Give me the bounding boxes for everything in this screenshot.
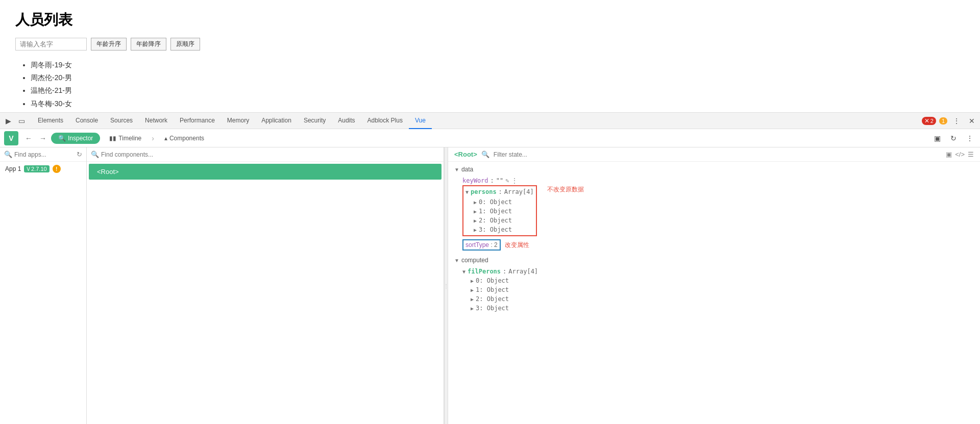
more-state-icon[interactable]: ☰ — [968, 151, 974, 158]
vue-more-icon[interactable]: ⋮ — [964, 132, 976, 144]
persons-item-0: ▶ 0: Object — [465, 197, 534, 207]
vue-tab-timeline[interactable]: ▮▮ Timeline — [102, 133, 149, 144]
right-panel-header: <Root> 🔍 ▣ </> ☰ — [448, 147, 980, 162]
find-components-search: 🔍 — [87, 147, 444, 162]
mutate-attr-annotation: 改变属性 — [505, 241, 529, 250]
sort-original-button[interactable]: 原顺序 — [170, 38, 200, 51]
vue-tab-inspector[interactable]: 🔍 Inspector — [51, 133, 100, 144]
list-item: 周冬雨-19-女 — [31, 59, 965, 71]
vue-version-badge: V 2.7.10 — [24, 165, 49, 172]
resize-handle[interactable]: ⋮ — [444, 147, 448, 424]
no-mutate-annotation: 不改变原数据 — [547, 185, 584, 194]
root-tag: <Root> — [454, 151, 477, 158]
state-panel: ▼ data keyWord : "" ✎ ⋮ ▼ perso — [448, 162, 980, 424]
search-icon: 🔍 — [4, 151, 12, 158]
filperons-item-0: ▶ 0: Object — [462, 276, 974, 285]
page-title: 人员列表 — [15, 10, 965, 30]
devtools-panel: ▶ ▭ Elements Console Sources Network Per… — [0, 112, 980, 424]
warn-badge: 1 — [939, 117, 947, 124]
root-component-item[interactable]: <Root> — [89, 164, 442, 180]
back-button[interactable]: ← — [22, 132, 35, 144]
persons-header-row: ▼ persons : Array[4] — [465, 187, 534, 196]
tab-console[interactable]: Console — [69, 113, 104, 129]
persons-item-3: ▶ 3: Object — [465, 225, 534, 234]
inspect-element-icon[interactable]: ▶ — [2, 115, 14, 127]
vue-tab-components[interactable]: ▴ Components — [157, 133, 211, 144]
filter-state-input[interactable] — [494, 151, 570, 158]
filter-icon: 🔍 — [481, 151, 489, 158]
vue-icon-small: V — [27, 166, 30, 172]
app-warning-dot: ! — [53, 165, 61, 173]
tab-adblock[interactable]: Adblock Plus — [361, 113, 409, 129]
persons-item-1: ▶ 1: Object — [465, 207, 534, 216]
keyword-row: keyWord : "" ✎ ⋮ — [454, 176, 974, 185]
left-panel: 🔍 ↻ App 1 V 2.7.10 ! — [0, 147, 87, 424]
tab-sources[interactable]: Sources — [104, 113, 139, 129]
app-item[interactable]: App 1 V 2.7.10 ! — [0, 162, 86, 176]
sorttype-annotated-block: sortType : 2 — [462, 239, 501, 251]
find-apps-search: 🔍 ↻ — [0, 147, 86, 162]
close-devtools-icon[interactable]: ✕ — [966, 115, 978, 127]
computed-section: ▼ computed ▼ filPerons : Array[4] ▶ 0: O… — [454, 257, 974, 313]
filperons-item-3: ▶ 3: Object — [462, 304, 974, 313]
middle-panel: 🔍 <Root> — [87, 147, 444, 424]
search-icon: 🔍 — [91, 151, 99, 158]
screenshot-icon[interactable]: ▣ — [931, 132, 943, 144]
list-item: 温艳伦-21-男 — [31, 84, 965, 97]
devtools-body: 🔍 ↻ App 1 V 2.7.10 ! 🔍 <Root> — [0, 147, 980, 424]
data-arrow: ▼ — [454, 167, 459, 172]
inspector-icon: 🔍 — [58, 135, 66, 142]
components-icon: ▴ — [164, 135, 167, 142]
timeline-icon: ▮▮ — [109, 135, 116, 142]
screenshot-state-icon[interactable]: ▣ — [946, 151, 952, 158]
vue-logo: V — [4, 131, 18, 145]
device-toggle-icon[interactable]: ▭ — [15, 115, 28, 127]
persons-item-2: ▶ 2: Object — [465, 216, 534, 225]
sort-age-desc-button[interactable]: 年龄降序 — [131, 38, 166, 51]
more-options-icon[interactable]: ⋮ — [950, 115, 963, 127]
list-item: 周杰伦-20-男 — [31, 71, 965, 84]
tab-memory[interactable]: Memory — [221, 113, 255, 129]
right-panel: <Root> 🔍 ▣ </> ☰ ▼ data keyWord : — [448, 147, 980, 424]
tab-performance[interactable]: Performance — [174, 113, 221, 129]
app-name: App 1 — [5, 165, 21, 172]
edit-keyword-icon[interactable]: ✎ — [505, 177, 509, 184]
vue-devtools-bar: V ← → 🔍 Inspector ▮▮ Timeline › ▴ Compon… — [0, 129, 980, 147]
list-item: 马冬梅-30-女 — [31, 97, 965, 110]
tab-vue[interactable]: Vue — [409, 113, 432, 129]
computed-section-header: ▼ computed — [454, 257, 974, 264]
more-keyword-icon[interactable]: ⋮ — [511, 177, 518, 184]
code-icon[interactable]: </> — [955, 151, 965, 158]
search-input[interactable] — [15, 38, 87, 51]
sort-age-asc-button[interactable]: 年龄升序 — [91, 38, 127, 51]
computed-arrow: ▼ — [454, 258, 459, 263]
tab-security[interactable]: Security — [298, 113, 332, 129]
persons-annotated-block: ▼ persons : Array[4] ▶ 0: Object ▶ 1: Ob… — [462, 185, 537, 236]
filperons-item-1: ▶ 1: Object — [462, 285, 974, 294]
devtools-tab-bar: ▶ ▭ Elements Console Sources Network Per… — [0, 113, 980, 129]
tab-elements[interactable]: Elements — [32, 113, 69, 129]
tab-network[interactable]: Network — [139, 113, 174, 129]
data-section-header: ▼ data — [454, 166, 974, 173]
person-list: 周冬雨-19-女 周杰伦-20-男 温艳伦-21-男 马冬梅-30-女 — [15, 59, 965, 110]
error-badge: ✕ 2 — [922, 117, 936, 125]
tab-application[interactable]: Application — [255, 113, 298, 129]
find-components-input[interactable] — [101, 151, 439, 158]
error-icon: ✕ — [924, 117, 929, 124]
filperons-header-row: ▼ filPerons : Array[4] — [462, 267, 974, 276]
refresh-apps-icon[interactable]: ↻ — [77, 151, 82, 158]
filperons-item-2: ▶ 2: Object — [462, 294, 974, 304]
find-apps-input[interactable] — [14, 151, 75, 158]
tab-audits[interactable]: Audits — [332, 113, 361, 129]
refresh-icon[interactable]: ↻ — [947, 132, 960, 144]
forward-button[interactable]: → — [37, 132, 49, 144]
